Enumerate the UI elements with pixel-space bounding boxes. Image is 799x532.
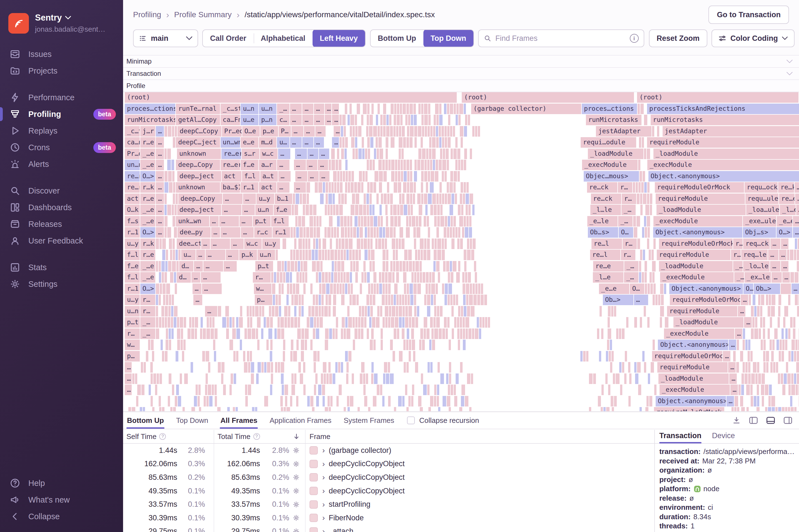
flame-frame[interactable] — [354, 216, 358, 227]
flame-frame[interactable] — [364, 239, 368, 249]
expand-chevron-icon[interactable]: › — [322, 446, 325, 455]
flame-frame[interactable] — [337, 171, 340, 182]
flame-frame[interactable] — [383, 284, 385, 294]
flame-frame[interactable] — [326, 284, 330, 294]
flame-frame[interactable] — [422, 115, 424, 125]
flame-frame[interactable] — [310, 216, 313, 227]
flame-frame[interactable] — [383, 250, 386, 260]
flame-frame[interactable] — [472, 126, 475, 137]
expand-chevron-icon[interactable]: › — [322, 513, 325, 522]
flame-frame[interactable] — [168, 306, 171, 317]
flame-frame[interactable] — [358, 126, 362, 137]
flame-frame[interactable] — [748, 362, 751, 373]
collapse-recursion-checkbox[interactable]: Collapse recursion — [407, 416, 479, 425]
flame-frame[interactable] — [159, 261, 162, 271]
flame-frame[interactable] — [624, 374, 627, 384]
flame-frame[interactable] — [754, 306, 757, 317]
flame-frame[interactable] — [370, 137, 374, 148]
flame-frame[interactable] — [427, 239, 431, 249]
flame-frame[interactable] — [321, 294, 324, 305]
flame-frame[interactable]: … — [796, 205, 799, 215]
flame-frame[interactable] — [477, 317, 480, 328]
flame-frame[interactable] — [375, 239, 378, 249]
flame-frame[interactable] — [792, 340, 795, 350]
flame-frame[interactable] — [740, 396, 744, 406]
flame-frame[interactable]: d… — [179, 261, 194, 271]
flame-frame[interactable]: … — [290, 115, 302, 125]
flame-frame[interactable] — [286, 407, 291, 411]
flame-frame[interactable] — [294, 317, 298, 328]
flame-frame[interactable] — [221, 362, 225, 373]
flame-frame[interactable] — [469, 193, 474, 204]
flame-frame[interactable] — [347, 216, 350, 227]
flame-frame[interactable] — [153, 374, 157, 384]
flame-frame[interactable] — [300, 193, 302, 204]
flame-frame[interactable]: … — [294, 160, 306, 170]
flame-frame[interactable] — [791, 374, 794, 384]
flame-frame[interactable] — [343, 171, 346, 182]
frame-table-row[interactable]: 49.35ms0.1%49.35ms0.1%›deepCyclicCopyObj… — [123, 484, 654, 498]
flame-frame[interactable] — [373, 182, 377, 193]
flame-frame[interactable] — [442, 193, 445, 204]
flame-frame[interactable] — [367, 216, 370, 227]
flame-frame[interactable] — [607, 340, 610, 350]
flame-frame[interactable] — [634, 317, 637, 328]
flame-frame[interactable] — [647, 317, 650, 328]
flame-frame[interactable] — [650, 205, 653, 215]
flame-frame[interactable] — [645, 272, 647, 283]
flame-frame[interactable] — [634, 362, 637, 373]
flame-frame[interactable] — [284, 317, 287, 328]
flame-frame[interactable]: … — [243, 193, 257, 204]
flame-frame[interactable] — [207, 317, 209, 328]
flame-frame[interactable] — [316, 227, 321, 238]
flame-frame[interactable] — [182, 351, 185, 362]
flame-frame[interactable] — [409, 351, 411, 362]
flame-frame[interactable] — [374, 374, 378, 384]
flame-frame[interactable] — [367, 160, 370, 170]
flame-frame[interactable] — [367, 137, 370, 148]
flame-frame[interactable] — [454, 396, 458, 406]
flame-frame[interactable] — [159, 294, 162, 305]
flame-frame[interactable] — [400, 261, 403, 271]
flame-frame[interactable] — [402, 396, 405, 406]
flame-frame[interactable] — [364, 216, 367, 227]
flame-frame[interactable] — [405, 294, 408, 305]
flame-frame[interactable] — [245, 384, 248, 395]
flame-frame[interactable] — [247, 317, 250, 328]
flame-frame[interactable] — [439, 193, 442, 204]
flame-frame[interactable]: … — [224, 261, 237, 271]
flame-frame[interactable] — [128, 407, 132, 411]
flame-frame[interactable] — [450, 171, 454, 182]
flame-frame[interactable] — [361, 216, 364, 227]
flame-frame[interactable] — [316, 239, 319, 249]
flame-frame[interactable] — [390, 193, 393, 204]
flame-frame[interactable] — [141, 362, 144, 373]
flame-frame[interactable] — [442, 126, 445, 137]
flame-frame[interactable] — [433, 261, 436, 271]
flame-frame[interactable] — [249, 306, 252, 317]
flame-frame[interactable] — [463, 317, 465, 328]
flame-frame[interactable] — [326, 193, 328, 204]
flame-frame[interactable] — [436, 227, 440, 238]
flame-frame[interactable] — [367, 205, 370, 215]
flame-frame[interactable] — [321, 306, 324, 317]
flame-frame[interactable] — [222, 317, 227, 328]
flame-frame[interactable] — [414, 115, 417, 125]
flame-frame[interactable] — [132, 374, 135, 384]
flame-frame[interactable] — [610, 362, 613, 373]
flame-frame[interactable] — [788, 351, 791, 362]
flame-frame[interactable] — [236, 351, 239, 362]
flame-frame[interactable]: Ob…> — [754, 284, 781, 294]
flame-frame[interactable] — [736, 362, 739, 373]
flame-frame[interactable]: f…l — [271, 216, 290, 227]
flame-frame[interactable]: m…d — [259, 137, 277, 148]
flame-frame[interactable] — [640, 250, 643, 260]
flame-frame[interactable] — [170, 407, 173, 411]
sidebar-item-discover[interactable]: Discover — [0, 183, 123, 199]
flame-frame[interactable] — [151, 374, 154, 384]
flame-frame[interactable]: f…e — [274, 205, 292, 215]
flame-frame[interactable]: p…k — [239, 250, 258, 260]
flame-frame[interactable] — [257, 340, 260, 350]
flame-frame[interactable] — [628, 362, 631, 373]
flame-frame[interactable] — [407, 328, 410, 339]
